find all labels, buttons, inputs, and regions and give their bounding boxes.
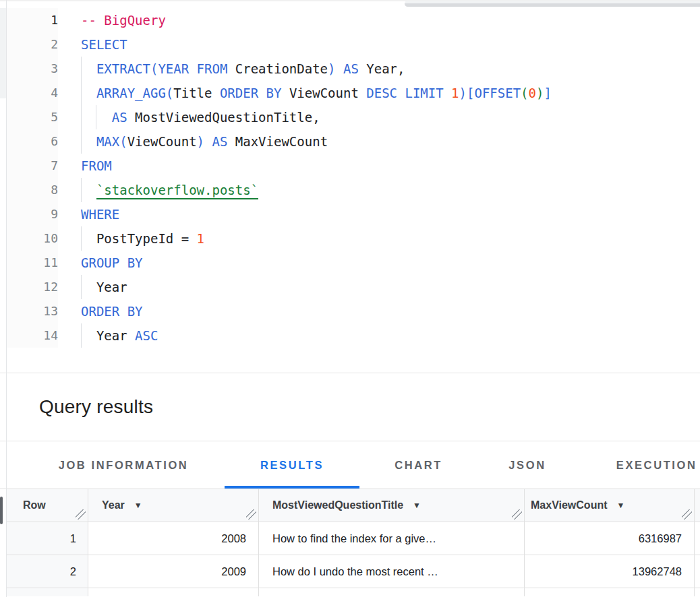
column-resize-grip-icon[interactable]	[682, 509, 692, 520]
syntax-token	[81, 183, 96, 197]
line-number: 14	[7, 323, 58, 348]
line-number: 9	[7, 202, 58, 226]
code-line[interactable]: 2SELECT	[7, 32, 700, 57]
indent-guide-icon	[96, 105, 96, 129]
horizontal-scrollbar-thumb[interactable]	[405, 1, 700, 7]
line-number: 8	[7, 178, 58, 202]
column-header-row[interactable]: Row	[7, 489, 88, 522]
code-line[interactable]: 13ORDER BY	[7, 299, 700, 323]
syntax-token: SELECT	[81, 37, 127, 52]
code-line[interactable]: 5 AS MostViewedQuestionTitle,	[7, 105, 700, 129]
column-header-mostviewedquestiontitle[interactable]: MostViewedQuestionTitle▼	[259, 489, 525, 522]
code-text: MAX(ViewCount) AS MaxViewCount	[81, 129, 328, 154]
code-line[interactable]: 11GROUP BY	[7, 251, 700, 275]
indent-guide-icon	[81, 57, 82, 81]
cell-value: 2009	[221, 565, 246, 578]
indent-guide-icon	[81, 178, 82, 202]
syntax-token: Title	[173, 86, 212, 100]
data-cell: 2009	[88, 555, 259, 588]
column-header-year[interactable]: Year▼	[88, 489, 259, 522]
code-line[interactable]: 7FROM	[7, 154, 700, 178]
tab-execution-details[interactable]: EXECUTION DETAILS	[577, 441, 700, 489]
syntax-token: MaxViewCount	[235, 134, 328, 149]
indent-guide-icon	[81, 323, 82, 348]
cell-value: 1	[70, 532, 76, 545]
table-row-partial	[7, 588, 700, 596]
tab-label: JSON	[508, 459, 546, 472]
syntax-token: 1	[451, 86, 459, 100]
line-number: 10	[7, 226, 58, 251]
column-header-label: MaxViewCount	[531, 499, 608, 511]
data-cell	[7, 588, 88, 596]
code-text: SELECT	[81, 32, 127, 57]
table-row: 12008How to find the index for a give…63…	[7, 522, 700, 555]
results-table: RowYear▼MostViewedQuestionTitle▼MaxViewC…	[6, 489, 700, 596]
cell-value: How to find the index for a give…	[272, 532, 436, 545]
code-text: Year	[81, 275, 127, 299]
tab-label: EXECUTION DETAILS	[616, 459, 700, 472]
syntax-token: (	[521, 86, 528, 100]
line-number: 6	[7, 129, 58, 154]
syntax-token: WHERE	[81, 207, 119, 222]
line-number: 1	[7, 8, 58, 32]
column-resize-grip-icon[interactable]	[512, 509, 522, 520]
code-line[interactable]: 3 EXTRACT(YEAR FROM CreationDate) AS Yea…	[7, 57, 700, 81]
code-line[interactable]: 1-- BigQuery	[7, 8, 700, 32]
code-line[interactable]: 9WHERE	[7, 202, 700, 226]
syntax-token: -- BigQuery	[81, 13, 166, 28]
row-number-cell: 2	[7, 555, 88, 588]
cell-value: 6316987	[639, 532, 682, 545]
tab-results[interactable]: RESULTS	[225, 441, 359, 489]
code-text: -- BigQuery	[81, 8, 166, 32]
data-cell: 13962748	[525, 555, 695, 588]
code-line[interactable]: 12 Year	[7, 275, 700, 299]
syntax-token: ViewCount	[127, 134, 197, 149]
code-line[interactable]: 8 `stackoverflow.posts`	[7, 178, 700, 202]
code-text: `stackoverflow.posts`	[81, 178, 258, 202]
tab-label: RESULTS	[260, 459, 324, 472]
column-resize-grip-icon[interactable]	[246, 509, 256, 520]
column-header-maxviewcount[interactable]: MaxViewCount▼	[525, 489, 695, 522]
line-number: 7	[7, 154, 58, 178]
syntax-token: ) AS	[328, 61, 366, 76]
tab-label: JOB INFORMATION	[59, 459, 189, 472]
line-number: 2	[7, 32, 58, 57]
cell-value: 2008	[221, 532, 246, 545]
syntax-token: )[OFFSET	[459, 86, 521, 100]
column-header-label: Row	[23, 499, 46, 511]
code-text: FROM	[81, 154, 112, 178]
cell-value: How do I undo the most recent …	[272, 565, 438, 578]
sort-dropdown-icon[interactable]: ▼	[413, 501, 421, 510]
editor-bottom-gap	[0, 348, 700, 373]
syntax-token: FROM	[81, 158, 112, 173]
syntax-token: EXTRACT(YEAR FROM	[81, 61, 235, 76]
column-header-overflow	[695, 489, 700, 522]
tab-job-information[interactable]: JOB INFORMATION	[22, 441, 225, 489]
tab-chart[interactable]: CHART	[359, 441, 477, 489]
code-line[interactable]: 10 PostTypeId = 1	[7, 226, 700, 251]
syntax-token: MostViewedQuestionTitle,	[135, 110, 320, 125]
sql-editor[interactable]: 1-- BigQuery2SELECT3 EXTRACT(YEAR FROM C…	[7, 8, 700, 348]
sort-dropdown-icon[interactable]: ▼	[134, 501, 142, 510]
vertical-scrollbar-thumb[interactable]	[0, 497, 3, 524]
line-number: 3	[7, 57, 58, 81]
indent-guide-icon	[81, 275, 82, 299]
code-text: PostTypeId = 1	[81, 226, 204, 251]
code-text: AS MostViewedQuestionTitle,	[81, 105, 320, 129]
line-number: 4	[7, 81, 58, 105]
code-line[interactable]: 14 Year ASC	[7, 323, 700, 348]
data-cell	[259, 588, 525, 596]
syntax-token: `stackoverflow.posts`	[96, 183, 258, 199]
sort-dropdown-icon[interactable]: ▼	[617, 501, 625, 510]
syntax-token: MAX(	[81, 134, 127, 149]
syntax-token: )	[536, 86, 544, 100]
code-line[interactable]: 6 MAX(ViewCount) AS MaxViewCount	[7, 129, 700, 154]
table-row: 22009How do I undo the most recent …1396…	[7, 555, 700, 588]
tab-json[interactable]: JSON	[477, 441, 577, 489]
syntax-token: Year	[81, 328, 135, 343]
column-resize-grip-icon[interactable]	[76, 509, 86, 520]
column-header-label: Year	[102, 499, 125, 511]
code-line[interactable]: 4 ARRAY_AGG(Title ORDER BY ViewCount DES…	[7, 81, 700, 105]
data-cell-overflow	[695, 522, 700, 555]
syntax-token: PostTypeId =	[81, 231, 197, 246]
